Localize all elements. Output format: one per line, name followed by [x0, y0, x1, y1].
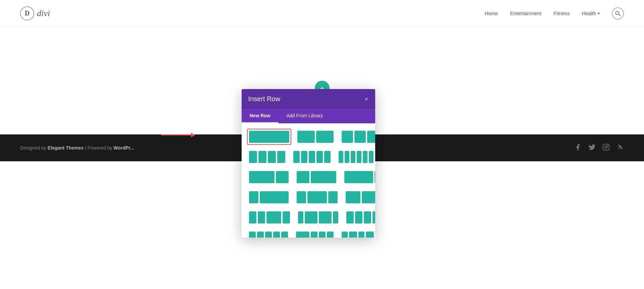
layout-2col[interactable]	[295, 129, 336, 145]
layout-3col[interactable]	[340, 129, 375, 145]
tab-new-row[interactable]: New Row	[242, 109, 279, 123]
elegant-themes-link[interactable]: Elegant Themes	[48, 145, 84, 151]
layout-3-1[interactable]	[342, 169, 375, 185]
nav-fitness[interactable]: Fitness	[553, 10, 569, 16]
insert-row-modal: Insert Row × New Row Add From Library	[242, 89, 375, 238]
layout-1-3[interactable]	[247, 189, 291, 205]
layout-1-1-1-2[interactable]	[344, 209, 375, 225]
instagram-icon[interactable]	[602, 143, 610, 153]
footer-credit: Designed by Elegant Themes | Powered by …	[20, 145, 134, 151]
layout-2-1[interactable]	[247, 169, 291, 185]
modal-body	[242, 123, 375, 238]
layout-2-1-1-1[interactable]	[294, 230, 336, 238]
layout-2-2-1[interactable]	[344, 189, 375, 205]
layout-5col[interactable]	[291, 149, 333, 165]
layout-1-2-2-1[interactable]	[296, 209, 340, 225]
modal-tabs: New Row Add From Library	[242, 109, 375, 123]
layout-1-2-1[interactable]	[295, 189, 340, 205]
layout-row-1	[247, 129, 370, 145]
layout-1-2[interactable]	[295, 169, 338, 185]
layout-row-2	[247, 149, 370, 165]
svg-point-5	[618, 149, 618, 150]
svg-rect-2	[603, 144, 609, 150]
main-nav: Home Entertainment Fitness Health	[485, 7, 624, 19]
layout-row-6	[247, 230, 370, 238]
arrow-indicator	[161, 134, 195, 135]
layout-varied-5b[interactable]	[340, 230, 375, 238]
footer-social-icons	[574, 143, 624, 153]
layout-4col[interactable]	[247, 149, 287, 165]
site-header: D divi Home Entertainment Fitness Health	[0, 0, 644, 27]
layout-1col[interactable]	[247, 129, 291, 145]
svg-point-3	[605, 146, 607, 148]
modal-close-button[interactable]: ×	[364, 96, 368, 102]
wordpress-link[interactable]: WordPr...	[113, 145, 134, 151]
layout-row-4	[247, 189, 370, 205]
svg-point-4	[607, 145, 608, 146]
main-content: + Insert Row × New Row Add From Library	[0, 27, 644, 229]
tab-add-from-library[interactable]: Add From Library	[279, 109, 331, 123]
nav-home[interactable]: Home	[485, 10, 498, 16]
logo[interactable]: D divi	[20, 6, 50, 20]
logo-text: divi	[37, 8, 50, 18]
layout-row-3	[247, 169, 370, 185]
logo-icon: D	[20, 6, 34, 20]
layout-varied-5a[interactable]	[247, 230, 290, 238]
modal-title: Insert Row	[248, 95, 281, 103]
nav-health[interactable]: Health	[582, 10, 600, 16]
search-button[interactable]	[612, 7, 624, 19]
svg-line-1	[619, 14, 621, 16]
layout-1-1-2-1[interactable]	[247, 209, 292, 225]
nav-entertainment[interactable]: Entertainment	[510, 10, 541, 16]
modal-header: Insert Row ×	[242, 89, 375, 109]
layout-row-5	[247, 209, 370, 225]
rss-icon[interactable]	[616, 143, 624, 153]
facebook-icon[interactable]	[574, 143, 582, 153]
twitter-icon[interactable]	[588, 143, 596, 153]
layout-6col[interactable]	[337, 149, 375, 165]
